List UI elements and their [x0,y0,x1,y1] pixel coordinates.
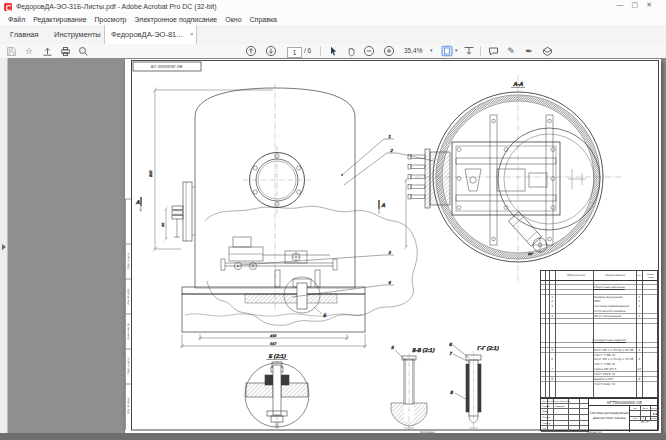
callout-5: 5 [391,345,394,350]
select-tool-icon[interactable] [326,45,340,57]
page-number-input[interactable]: 1 [287,47,302,58]
porthole-flange [243,146,311,214]
section-a-a-view: А-А [405,75,622,283]
internal-mechanism [221,237,337,287]
cut-mark-a-left: А [136,199,140,205]
zoom-level-field[interactable]: 35,4% [404,47,422,54]
dim-450: 450 [270,334,277,338]
sheet-label: Лист [630,417,640,419]
share-icon[interactable] [40,45,54,57]
lit-label: Лит. [630,407,640,409]
minimize-button[interactable]: — [617,1,632,8]
callout-2: 2 [390,148,393,153]
dim-offset-text: 60 [161,222,165,227]
menu-item[interactable]: Электронное подписание [135,16,218,23]
pane-toggle-icon[interactable] [2,244,6,250]
detail-b-mark: Б [323,313,327,318]
tab-document[interactable]: ФедоровДА-ЭО-81...× [104,25,197,44]
hand-tool-icon[interactable] [344,45,358,57]
feedthrough-flange [405,149,451,249]
title-block-right: Лит. Масса Масштаб 1:2 Лист 1 Листов НГТ… [629,406,659,432]
title-block-signatures: Изм. Лист № докум. Подп. Дата Разраб.Фед… [541,399,588,432]
cut-mark-a-right: А [382,202,386,208]
menu-item[interactable]: Окно [225,16,241,23]
callout-3: 3 [388,250,391,255]
send-tool-icon[interactable] [540,45,554,57]
section-gg-label: Г-Г (2:1) [477,345,499,351]
right-dims [568,169,586,189]
dim-angle: 20° [528,252,534,256]
corner-stamp-text: ЭО 0000000 СБ [151,64,183,69]
spec-header-note1: Приме- [642,273,659,275]
previous-page-icon[interactable] [244,45,258,57]
section-gg-view: Г-Г (2:1) 6 7 8 [449,342,499,431]
close-button[interactable]: ✕ [646,1,660,8]
spec-section-row: Стандартные изделия [541,338,659,343]
window-controls: —▢✕ [617,1,661,9]
toolbar-divider [320,46,321,56]
tab-home[interactable]: Главная [4,25,45,44]
sign-tool-icon[interactable]: ✒ [522,45,536,57]
spec-header-designation: Обозначение [559,274,593,277]
side-flange-assembly [172,182,195,241]
callout-4: 4 [388,280,391,285]
fit-width-icon[interactable] [462,45,476,57]
doc-name-line2: диагностики плазмы [589,416,629,421]
title-block-designation: НГТУ0000000 СБ [588,399,659,406]
inner-frame [452,142,560,215]
organization-name: НГТУ [630,420,659,424]
tab-close-icon[interactable]: × [190,25,194,44]
document-viewport: ЭО 0000000 СБ [0,58,666,433]
frame-side-label: Инв. № дубл. [127,276,130,316]
callout-1: 1 [388,134,391,139]
base-dimensions: 450 567 [180,334,367,349]
section-cut-marks: А А [136,197,386,214]
sheets-label: Листов [646,417,660,419]
window-title: ФедоровДА-ЭО-31Б-Листы.pdf - Adobe Acrob… [16,3,217,10]
page-display-caret-icon[interactable]: ▾ [455,47,458,53]
dim-567: 567 [270,342,277,346]
spec-item-row: ГОСТ 6402-70 [541,382,659,387]
toolbar-divider [480,46,481,56]
callout-6: 6 [449,342,452,347]
zoom-out-icon[interactable] [362,45,376,57]
title-bar: ФедоровДА-ЭО-31Б-Листы.pdf - Adobe Acrob… [0,0,666,13]
main-toolbar: ☆ 1 / 6 35,4% ▾ [0,44,666,59]
acrobat-logo-icon [4,3,12,11]
detail-b-view: Б (2:1) [245,353,309,429]
window-bottom-edge [0,433,666,440]
mass-label: Масса [640,407,650,409]
page-display-icon[interactable] [440,45,454,57]
menu-item[interactable]: Файл [8,16,25,23]
comment-icon[interactable] [486,45,500,57]
spec-header-name: Наименование [594,274,636,277]
next-page-icon[interactable] [264,45,278,57]
maximize-button[interactable]: ▢ [632,1,647,8]
spec-item-row: 4Жгут монтажный1 [541,314,659,319]
section-vv-label: В-В (2:1) [412,347,435,353]
pdf-page: ЭО 0000000 СБ [125,59,661,433]
favorites-star-icon[interactable]: ☆ [22,45,36,57]
callout-8: 8 [450,390,453,395]
specification-table: Обозначение Наименование Кол. Приме- чан… [540,270,658,398]
frame-side-label: Взам. инв. № [127,311,130,351]
navigation-pane-collapsed[interactable] [0,58,8,433]
save-icon[interactable] [4,45,18,57]
print-icon[interactable] [58,45,72,57]
corner-stamp: ЭО 0000000 СБ [133,62,201,71]
spec-section-row: Сборочные единицы [541,285,659,290]
scale-label: Масштаб [650,407,660,409]
pencil-tool-icon[interactable]: ✎ [504,45,518,57]
menu-item[interactable]: Просмотр [95,16,127,23]
zoom-dropdown-caret-icon[interactable]: ▾ [430,47,433,53]
menu-item[interactable]: Справка [250,16,277,23]
frame-side-label: Подп. и дата [127,346,130,386]
frame-side-label: Инв. № подл. [127,386,130,426]
tab-tools[interactable]: Инструменты [48,25,107,44]
offset-dimension: 60 [161,208,168,241]
base-plate [182,287,365,332]
search-icon[interactable] [76,45,90,57]
menu-item[interactable]: Редактирование [33,16,86,23]
front-view: 800 60 А [136,83,434,348]
zoom-in-icon[interactable] [382,45,396,57]
